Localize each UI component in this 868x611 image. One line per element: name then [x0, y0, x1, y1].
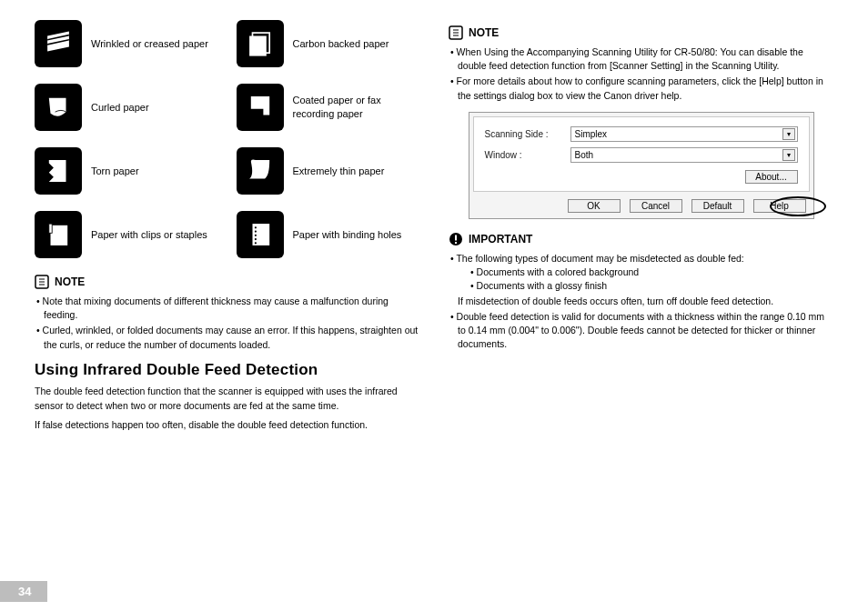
- note-heading: NOTE: [35, 275, 419, 289]
- paper-item-thin: Extremely thin paper: [237, 147, 420, 195]
- settings-dialog: Scanning Side : Simplex ▾ Window : Both …: [449, 112, 833, 219]
- ok-button[interactable]: OK: [568, 199, 621, 213]
- dialog-button-row: OK Cancel Default Help: [469, 195, 813, 218]
- svg-rect-7: [49, 224, 52, 233]
- paper-label: Torn paper: [91, 165, 139, 178]
- clips-paper-icon: [35, 211, 82, 258]
- scanning-side-label: Scanning Side :: [485, 129, 561, 139]
- left-column: Wrinkled or creased paper Carbon backed …: [35, 20, 419, 556]
- important-label: IMPORTANT: [469, 233, 532, 245]
- wrinkled-paper-icon: [35, 20, 82, 67]
- svg-rect-23: [455, 235, 457, 240]
- window-label: Window :: [485, 150, 561, 160]
- important-heading: IMPORTANT: [449, 232, 833, 246]
- paper-label: Coated paper or fax recording paper: [293, 94, 420, 121]
- paper-label: Paper with binding holes: [293, 228, 402, 242]
- important-sublist: Documents with a colored background Docu…: [458, 265, 833, 293]
- torn-paper-icon: [35, 147, 82, 195]
- page-content: Wrinkled or creased paper Carbon backed …: [35, 20, 833, 556]
- svg-point-10: [254, 230, 256, 232]
- paper-label: Extremely thin paper: [293, 165, 385, 178]
- important-sub-bullet: Documents with a glossy finish: [470, 279, 833, 293]
- paper-label: Carbon backed paper: [293, 37, 389, 51]
- note-icon: [449, 25, 463, 40]
- svg-point-12: [254, 238, 256, 240]
- note-list: Note that mixing documents of different …: [35, 295, 419, 352]
- important-list: The following types of document may be m…: [449, 252, 833, 352]
- curled-paper-icon: [35, 84, 82, 131]
- important-sub-bullet: Documents with a colored background: [470, 265, 833, 279]
- about-button[interactable]: About...: [745, 170, 798, 184]
- help-button[interactable]: Help: [753, 199, 806, 213]
- section-body: The double feed detection function that …: [35, 385, 419, 414]
- paper-item-clips: Paper with clips or staples: [35, 211, 218, 258]
- note-heading: NOTE: [449, 25, 833, 40]
- binding-paper-icon: [237, 211, 284, 258]
- scanning-side-select[interactable]: Simplex ▾: [570, 126, 798, 142]
- paper-item-carbon: Carbon backed paper: [237, 20, 420, 67]
- note-list: When Using the Accompanying Scanning Uti…: [449, 45, 833, 103]
- paper-item-torn: Torn paper: [35, 147, 218, 195]
- chevron-down-icon: ▾: [782, 128, 795, 140]
- note-bullet: Curled, wrinkled, or folded documents ma…: [36, 324, 419, 351]
- paper-item-wrinkled: Wrinkled or creased paper: [35, 20, 218, 67]
- chevron-down-icon: ▾: [782, 149, 795, 161]
- dialog-row-scanning-side: Scanning Side : Simplex ▾: [485, 126, 798, 142]
- note-bullet: For more details about how to configure …: [450, 75, 833, 102]
- default-button[interactable]: Default: [691, 199, 744, 213]
- cancel-button[interactable]: Cancel: [630, 199, 682, 213]
- dialog-panel: Scanning Side : Simplex ▾ Window : Both …: [473, 116, 810, 192]
- svg-rect-24: [455, 242, 457, 244]
- scanning-side-value: Simplex: [575, 129, 608, 139]
- note-bullet: When Using the Accompanying Scanning Uti…: [450, 45, 833, 73]
- paper-type-grid: Wrinkled or creased paper Carbon backed …: [35, 20, 419, 258]
- paper-item-binding: Paper with binding holes: [237, 211, 420, 258]
- important-bullet-text: The following types of document may be m…: [456, 253, 743, 264]
- paper-label: Wrinkled or creased paper: [91, 37, 208, 51]
- important-after-text: If misdetection of double feeds occurs o…: [458, 295, 833, 308]
- dialog-row-window: Window : Both ▾: [485, 147, 798, 163]
- carbon-paper-icon: [237, 20, 284, 67]
- section-body: If false detections happen too often, di…: [35, 418, 419, 433]
- right-column: NOTE When Using the Accompanying Scannin…: [449, 20, 833, 556]
- svg-point-11: [254, 235, 256, 236]
- window-select[interactable]: Both ▾: [570, 147, 798, 163]
- svg-rect-4: [249, 36, 267, 56]
- important-bullet: The following types of document may be m…: [450, 252, 833, 308]
- important-bullet: Double feed detection is valid for docum…: [450, 310, 833, 352]
- paper-item-curled: Curled paper: [35, 84, 218, 131]
- dialog-window: Scanning Side : Simplex ▾ Window : Both …: [469, 112, 814, 219]
- note-label: NOTE: [469, 26, 499, 39]
- window-value: Both: [575, 150, 594, 160]
- paper-item-coated: Coated paper or fax recording paper: [237, 84, 420, 131]
- page-number: 34: [0, 581, 47, 602]
- note-icon: [35, 275, 49, 289]
- paper-label: Paper with clips or staples: [91, 228, 207, 242]
- section-heading: Using Infrared Double Feed Detection: [35, 361, 419, 379]
- paper-label: Curled paper: [91, 101, 149, 115]
- thin-paper-icon: [237, 147, 284, 195]
- svg-point-9: [254, 226, 256, 228]
- note-label: NOTE: [55, 275, 85, 288]
- important-icon: [449, 232, 463, 246]
- svg-rect-6: [51, 225, 68, 245]
- note-bullet: Note that mixing documents of different …: [36, 295, 419, 322]
- svg-point-13: [254, 242, 256, 244]
- coated-paper-icon: [237, 84, 284, 131]
- svg-marker-5: [49, 160, 66, 182]
